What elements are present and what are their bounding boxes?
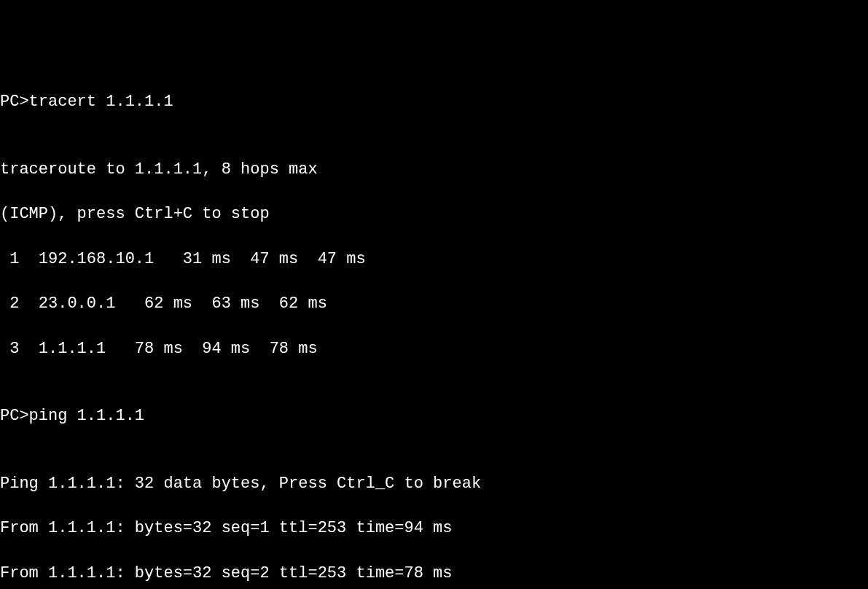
trace-hop-3: 3 1.1.1.1 78 ms 94 ms 78 ms — [0, 338, 868, 361]
prompt: PC> — [0, 93, 29, 111]
command: tracert 1.1.1.1 — [29, 93, 173, 111]
ping-header: Ping 1.1.1.1: 32 data bytes, Press Ctrl_… — [0, 473, 868, 496]
trace-header-line2: (ICMP), press Ctrl+C to stop — [0, 203, 868, 226]
terminal-line-prompt2: PC>ping 1.1.1.1 — [0, 405, 868, 428]
terminal-line-prompt1: PC>tracert 1.1.1.1 — [0, 91, 868, 114]
ping-reply-1: From 1.1.1.1: bytes=32 seq=1 ttl=253 tim… — [0, 518, 868, 540]
trace-hop-2: 2 23.0.0.1 62 ms 63 ms 62 ms — [0, 293, 868, 316]
trace-header-line1: traceroute to 1.1.1.1, 8 hops max — [0, 159, 868, 182]
trace-hop-1: 1 192.168.10.1 31 ms 47 ms 47 ms — [0, 249, 868, 271]
prompt: PC> — [0, 407, 29, 425]
command: ping 1.1.1.1 — [29, 407, 144, 425]
ping-reply-2: From 1.1.1.1: bytes=32 seq=2 ttl=253 tim… — [0, 563, 868, 585]
